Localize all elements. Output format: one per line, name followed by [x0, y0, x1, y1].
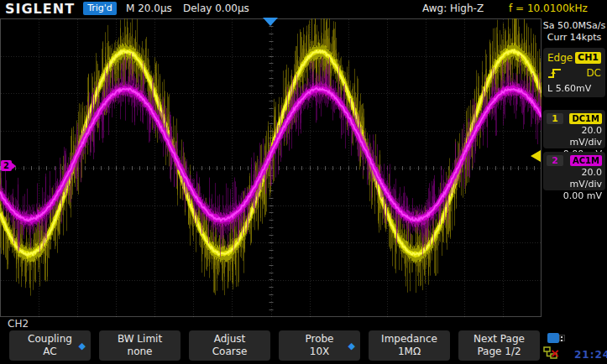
- adjustable-knob-icon: ◆: [79, 340, 86, 352]
- waveform-display: [0, 18, 542, 317]
- channel2-scale-readout: 20.0 mV/div: [547, 167, 602, 190]
- awg-output-readout: Awg: High-Z: [422, 3, 484, 14]
- menu-button-value: AC: [43, 346, 56, 358]
- channel1-scale-readout: 20.0 mV/div: [547, 125, 602, 148]
- menu-button-impedance[interactable]: Impedance1MΩ: [369, 330, 450, 361]
- lan-x-overlay: ×: [550, 347, 560, 359]
- rising-edge-icon: [547, 67, 563, 80]
- trigger-status-badge: Trig'd: [83, 2, 117, 15]
- trigger-level-marker[interactable]: [531, 150, 541, 162]
- trigger-mode-label: Edge: [547, 52, 573, 64]
- adjustable-knob-icon: ◆: [348, 340, 355, 352]
- softkey-menu: CouplingAC◆BW LimitnoneAdjustCoarseProbe…: [9, 330, 540, 361]
- lan-disconnected-icon: ×: [543, 346, 560, 361]
- menu-button-adjust[interactable]: AdjustCoarse: [189, 330, 270, 361]
- menu-button-value: 10X: [310, 346, 330, 358]
- ch2-position-marker[interactable]: 2: [1, 160, 12, 171]
- delay-readout: Delay 0.00μs: [183, 3, 249, 14]
- menu-button-title: BW Limit: [118, 333, 162, 346]
- menu-button-coupling[interactable]: CouplingAC◆: [9, 330, 91, 361]
- memory-depth-readout: Curr 14kpts: [542, 32, 607, 44]
- menu-button-probe[interactable]: Probe10X◆: [279, 330, 360, 361]
- active-channel-label: CH2: [8, 318, 29, 330]
- usb-device-icon: [547, 333, 566, 343]
- trigger-coupling-label: DC: [586, 67, 601, 79]
- trigger-info-panel: Edge CH1 DC L 5.60mV: [543, 48, 605, 97]
- menu-button-title: Impedance: [381, 333, 437, 346]
- menu-button-title: Probe: [305, 333, 333, 346]
- oscilloscope-screen: SIGLENT Trig'd M 20.0μs Delay 0.00μs Awg…: [0, 0, 607, 364]
- acquisition-info: Sa 50.0MSa/s Curr 14kpts: [542, 20, 607, 44]
- menu-button-next-page[interactable]: Next PagePage 1/2: [458, 330, 540, 361]
- menu-button-value: none: [128, 346, 153, 358]
- trigger-position-marker[interactable]: [263, 18, 278, 26]
- channel1-coupling-badge: DC1M: [569, 113, 602, 124]
- menu-button-title: Next Page: [474, 333, 525, 346]
- timebase-readout: M 20.0μs: [126, 3, 172, 14]
- sample-rate-readout: Sa 50.0MSa/s: [542, 20, 607, 32]
- trigger-source-badge: CH1: [575, 52, 601, 64]
- channel2-number-badge: 2: [547, 155, 563, 166]
- channel2-info-panel: 2 AC1M 20.0 mV/div 0.00 mV: [543, 152, 605, 190]
- channel2-offset-readout: 0.00 mV: [547, 190, 602, 202]
- brand-logo: SIGLENT: [5, 1, 75, 17]
- menu-button-bw-limit[interactable]: BW Limitnone: [99, 330, 181, 361]
- menu-button-value: 1MΩ: [398, 346, 421, 358]
- trigger-level-readout: L 5.60mV: [547, 83, 591, 94]
- channel2-coupling-badge: AC1M: [570, 155, 602, 166]
- menu-button-title: Adjust: [214, 333, 246, 346]
- channel1-number-badge: 1: [547, 113, 563, 124]
- frequency-counter: f = 10.0100kHz: [509, 3, 588, 14]
- menu-button-value: Coarse: [212, 346, 248, 358]
- channel1-info-panel: 1 DC1M 20.0 mV/div 0.00 mV: [543, 110, 605, 148]
- menu-button-value: Page 1/2: [477, 346, 521, 358]
- clock-readout: 21:24: [574, 349, 607, 361]
- menu-button-title: Coupling: [28, 333, 72, 346]
